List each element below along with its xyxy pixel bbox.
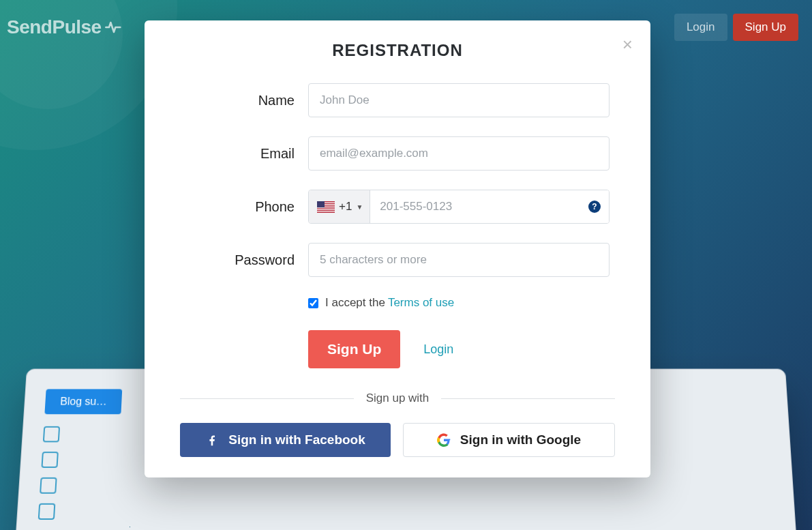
header-signup-button[interactable]: Sign Up (733, 14, 798, 41)
phone-row: Phone +1 ▼ ? (145, 190, 650, 224)
google-icon (437, 433, 451, 447)
login-link[interactable]: Login (423, 342, 453, 357)
email-row: Email (145, 136, 650, 171)
facebook-icon (205, 433, 219, 447)
us-flag-icon (317, 201, 335, 213)
password-row: Password (145, 243, 650, 277)
svg-rect-4 (317, 207, 335, 208)
social-divider: Sign up with (145, 392, 650, 405)
brand-name: SendPulse (7, 16, 102, 38)
terms-link[interactable]: Terms of use (388, 296, 454, 310)
registration-modal: × REGISTRATION Name Email Phone + (145, 20, 650, 477)
country-code-selector[interactable]: +1 ▼ (309, 190, 370, 223)
password-input[interactable] (308, 243, 610, 277)
social-divider-text: Sign up with (354, 392, 442, 405)
google-button-label: Sign in with Google (460, 432, 581, 447)
phone-label: Phone (145, 199, 308, 215)
header-login-button[interactable]: Login (674, 14, 727, 41)
phone-prefix-text: +1 (339, 200, 352, 214)
name-row: Name (145, 83, 650, 117)
terms-checkbox[interactable] (308, 298, 318, 308)
brand-logo: SendPulse (7, 16, 123, 38)
password-label: Password (145, 252, 308, 268)
svg-rect-5 (317, 209, 335, 209)
svg-rect-7 (317, 201, 325, 207)
google-signin-button[interactable]: Sign in with Google (403, 423, 615, 457)
svg-rect-6 (317, 211, 335, 211)
name-label: Name (145, 93, 308, 108)
bg-badge: Blog su… (44, 389, 122, 414)
facebook-signin-button[interactable]: Sign in with Facebook (180, 423, 391, 457)
facebook-button-label: Sign in with Facebook (228, 432, 365, 447)
email-input[interactable] (308, 136, 610, 171)
action-row: Sign Up Login (145, 330, 650, 368)
close-icon[interactable]: × (622, 35, 633, 53)
email-label: Email (145, 146, 308, 162)
modal-title: REGISTRATION (145, 41, 650, 60)
social-row: Sign in with Facebook Sign in with Googl… (145, 423, 650, 457)
signup-button[interactable]: Sign Up (308, 330, 400, 368)
pulse-icon (104, 18, 123, 37)
phone-help-icon[interactable]: ? (588, 201, 601, 213)
name-input[interactable] (308, 83, 610, 117)
chevron-down-icon: ▼ (356, 203, 363, 211)
terms-text: I accept the (325, 296, 385, 310)
terms-row: I accept the Terms of use (145, 296, 650, 310)
phone-input[interactable] (370, 190, 609, 223)
